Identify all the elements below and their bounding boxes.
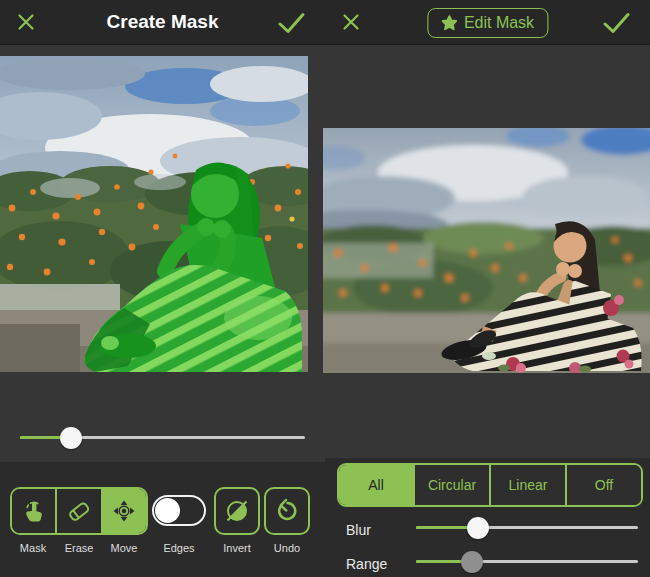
mask-mode-segmented-control: All Circular Linear Off: [337, 463, 643, 507]
mask-canvas-photo[interactable]: [0, 56, 308, 372]
close-icon[interactable]: [17, 13, 35, 31]
move-arrows-icon: [111, 498, 137, 524]
confirm-check-icon[interactable]: [603, 12, 630, 34]
edges-label: Edges: [149, 542, 209, 554]
slider-thumb[interactable]: [60, 427, 82, 449]
tool-selector-group: [10, 487, 148, 535]
undo-label: Undo: [257, 542, 317, 554]
create-mask-toolbar: Mask Erase Move Edges Invert Undo: [0, 462, 325, 577]
undo-button[interactable]: [264, 487, 310, 535]
mask-star-icon: [441, 15, 457, 31]
segment-all[interactable]: All: [339, 465, 413, 505]
erase-tool-button[interactable]: [55, 489, 100, 533]
range-slider[interactable]: [416, 551, 638, 573]
slider-thumb[interactable]: [467, 517, 489, 539]
edit-mask-button[interactable]: Edit Mask: [427, 8, 548, 38]
edit-mask-header: Edit Mask: [325, 0, 650, 45]
segment-circular[interactable]: Circular: [413, 465, 489, 505]
confirm-check-icon[interactable]: [278, 12, 305, 34]
undo-icon: [274, 498, 300, 524]
page-title: Create Mask: [0, 0, 325, 44]
eraser-icon: [66, 498, 92, 524]
app-stage: Create Mask Edit Mask: [0, 0, 650, 577]
blur-preview-photo[interactable]: [323, 128, 650, 373]
mask-tool-button[interactable]: [12, 489, 55, 533]
move-tool-button[interactable]: [101, 489, 146, 533]
edit-mask-controls: All Circular Linear Off Blur Range: [325, 458, 650, 577]
close-icon[interactable]: [342, 13, 360, 31]
edges-toggle-knob[interactable]: [155, 498, 180, 523]
mask-size-slider[interactable]: [20, 427, 305, 449]
segment-off[interactable]: Off: [565, 465, 641, 505]
segment-linear[interactable]: Linear: [489, 465, 565, 505]
create-mask-header: Create Mask: [0, 0, 325, 45]
blur-slider[interactable]: [416, 517, 638, 539]
blur-label: Blur: [346, 522, 371, 538]
invert-icon: [224, 498, 250, 524]
invert-button[interactable]: [214, 487, 260, 535]
slider-thumb[interactable]: [461, 551, 483, 573]
hand-tap-icon: [21, 498, 47, 524]
edit-mask-label: Edit Mask: [464, 14, 534, 32]
range-label: Range: [346, 556, 387, 572]
move-tool-label: Move: [94, 542, 154, 554]
edges-toggle[interactable]: [152, 495, 206, 526]
